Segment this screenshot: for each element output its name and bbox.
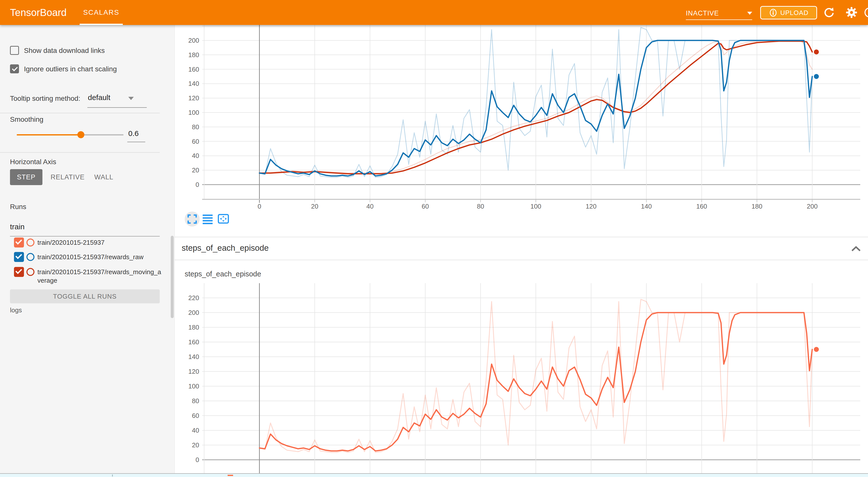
- expand-chart-icon[interactable]: [187, 214, 198, 225]
- app-title: TensorBoard: [10, 6, 67, 19]
- chart-series: [259, 299, 819, 452]
- run-color-swatch[interactable]: [27, 238, 34, 247]
- divider: [0, 113, 160, 113]
- svg-text:20: 20: [311, 202, 318, 210]
- svg-text:100: 100: [188, 109, 199, 116]
- tooltip-sort-label: Tooltip sorting method:: [10, 94, 80, 103]
- runs-footer: logs: [10, 306, 22, 314]
- svg-text:20: 20: [192, 166, 199, 174]
- chart-axis-labels: 0204060801001201401601802000204060801001…: [188, 37, 818, 210]
- svg-text:180: 180: [188, 51, 199, 59]
- app-header: TensorBoard SCALARS INACTIVE UPLOAD: [0, 0, 868, 25]
- run-checkbox[interactable]: [14, 252, 24, 262]
- chart-grid: [202, 25, 860, 203]
- run-filter-underline: [10, 236, 160, 236]
- horizontal-axis-label: Horizontal Axis: [10, 158, 56, 166]
- status-label: INACTIVE: [686, 9, 719, 17]
- svg-text:180: 180: [188, 324, 199, 331]
- run-label: train/20201015-215937/rewards_raw: [37, 253, 163, 261]
- tab-scalars[interactable]: SCALARS: [80, 0, 123, 25]
- svg-text:140: 140: [641, 202, 652, 210]
- checkbox-show-download-links-label: Show data download links: [24, 46, 105, 55]
- svg-text:200: 200: [807, 202, 817, 210]
- chevron-down-icon: [747, 12, 752, 15]
- svg-text:140: 140: [188, 353, 199, 360]
- svg-text:40: 40: [192, 152, 199, 159]
- svg-text:0: 0: [257, 202, 261, 210]
- svg-text:100: 100: [530, 202, 541, 210]
- svg-text:120: 120: [188, 94, 199, 102]
- chevron-up-icon[interactable]: [850, 246, 862, 252]
- status-dropdown[interactable]: INACTIVE: [686, 7, 752, 20]
- svg-text:80: 80: [192, 397, 199, 405]
- axis-button-wall[interactable]: WALL: [91, 169, 116, 185]
- svg-text:160: 160: [696, 202, 707, 210]
- sidebar-scrollbar-thumb[interactable]: [171, 236, 174, 318]
- run-color-swatch[interactable]: [27, 268, 34, 276]
- gear-icon[interactable]: [846, 7, 857, 18]
- svg-text:220: 220: [188, 294, 199, 301]
- smoothing-slider-fill: [17, 134, 81, 135]
- chart-card-title: steps_of_each_episode: [185, 270, 261, 278]
- strip-tick: [112, 475, 113, 477]
- smoothing-value-underline: [127, 142, 145, 142]
- svg-text:200: 200: [188, 37, 199, 44]
- svg-text:20: 20: [192, 441, 199, 449]
- svg-text:40: 40: [192, 426, 199, 434]
- upload-label: UPLOAD: [780, 9, 809, 17]
- toggle-all-runs-button[interactable]: TOGGLE ALL RUNS: [10, 289, 160, 304]
- strip-orange-tick: [227, 475, 233, 476]
- upload-button[interactable]: UPLOAD: [760, 6, 817, 20]
- refresh-icon[interactable]: [824, 7, 835, 18]
- svg-text:0: 0: [196, 456, 199, 464]
- svg-text:160: 160: [188, 338, 199, 346]
- runs-label: Runs: [10, 202, 26, 211]
- run-label: train/20201015-215937/rewards_moving_ave…: [37, 268, 163, 285]
- axis-button-relative[interactable]: RELATIVE: [49, 169, 86, 185]
- scalar-chart-rewards[interactable]: 0204060801001201401601802000204060801001…: [175, 25, 868, 215]
- scalar-chart-steps[interactable]: 020406080100120140160180200220: [175, 283, 868, 473]
- chevron-down-icon: [128, 97, 134, 100]
- svg-text:0: 0: [196, 181, 199, 188]
- checkbox-ignore-outliers[interactable]: [10, 64, 19, 73]
- svg-text:60: 60: [192, 412, 199, 419]
- run-filter-input[interactable]: [10, 223, 160, 231]
- checkbox-ignore-outliers-label: Ignore outliers in chart scaling: [24, 65, 117, 73]
- smoothing-slider[interactable]: [17, 134, 124, 135]
- svg-text:200: 200: [188, 309, 199, 316]
- bottom-strip: [0, 473, 868, 477]
- settings-sidebar: Show data download links Ignore outliers…: [0, 25, 175, 477]
- run-checkbox[interactable]: [14, 267, 24, 277]
- checkbox-show-download-links[interactable]: [10, 46, 19, 55]
- section-title: steps_of_each_episode: [182, 243, 269, 253]
- run-color-swatch[interactable]: [27, 253, 34, 261]
- svg-text:100: 100: [188, 382, 199, 390]
- tooltip-sort-select[interactable]: default: [88, 93, 110, 102]
- svg-text:80: 80: [192, 123, 199, 131]
- axis-button-step[interactable]: STEP: [10, 169, 42, 185]
- help-icon[interactable]: [864, 7, 868, 18]
- divider: [0, 152, 160, 153]
- tooltip-sort-underline: [87, 107, 147, 108]
- svg-text:120: 120: [586, 202, 596, 210]
- section-header-steps[interactable]: steps_of_each_episode: [175, 237, 868, 260]
- smoothing-label: Smoothing: [10, 115, 43, 124]
- fit-domain-icon[interactable]: [217, 213, 229, 225]
- svg-text:140: 140: [188, 80, 199, 87]
- chart-series: [259, 27, 819, 178]
- svg-text:60: 60: [192, 138, 199, 145]
- chart-grid: [202, 283, 860, 473]
- svg-text:40: 40: [366, 202, 374, 210]
- svg-text:80: 80: [477, 202, 484, 210]
- run-checkbox[interactable]: [14, 237, 24, 248]
- tab-scalars-label: SCALARS: [83, 8, 119, 17]
- info-icon: [769, 8, 777, 17]
- tensorboard-page: TensorBoard SCALARS INACTIVE UPLOAD: [0, 0, 868, 477]
- log-scale-lines-icon[interactable]: [202, 214, 213, 225]
- run-label: train/20201015-215937: [37, 238, 163, 247]
- chart-axis-labels: 020406080100120140160180200220: [188, 294, 199, 464]
- smoothing-slider-thumb[interactable]: [78, 131, 84, 138]
- svg-text:120: 120: [188, 368, 199, 375]
- smoothing-value-input[interactable]: [128, 129, 146, 138]
- svg-text:180: 180: [751, 202, 762, 210]
